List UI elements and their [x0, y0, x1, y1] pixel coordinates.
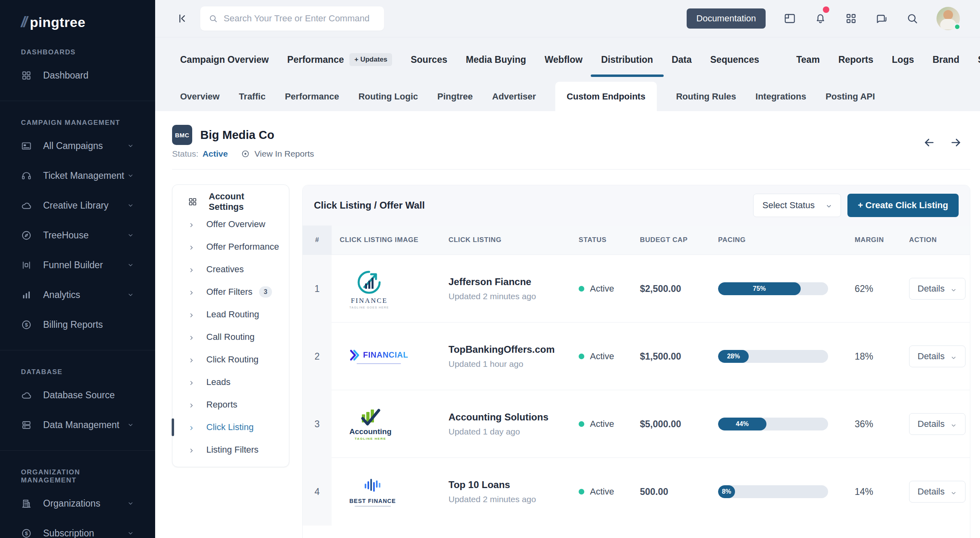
table-row: 4BEST FINANCETop 10 LoansUpdated 2 minut… — [303, 457, 970, 525]
panel-item-leads[interactable]: Leads — [172, 371, 289, 393]
sidebar-item-database-source[interactable]: Database Source — [14, 380, 141, 410]
tab-sources[interactable]: Sources — [411, 54, 447, 65]
apps-grid-icon[interactable] — [845, 12, 858, 25]
app-logo[interactable]: // pingtree — [0, 0, 155, 31]
tab-media-buying[interactable]: Media Buying — [466, 54, 526, 65]
panel-item-label: Offer Performance — [206, 242, 279, 252]
panel-item-reports[interactable]: Reports — [172, 393, 289, 416]
bell-icon[interactable] — [814, 12, 827, 25]
sidebar-item-subscription[interactable]: $Subscription — [14, 518, 141, 538]
panel-item-badge: 3 — [259, 286, 272, 298]
panel-item-account-settings[interactable]: Account Settings — [172, 190, 289, 213]
arrow-right-icon[interactable] — [949, 136, 962, 149]
content: BMC Big Media Co Status: Active View In … — [155, 111, 980, 538]
chevron-down-icon — [950, 421, 957, 428]
create-click-listing-button[interactable]: + Create Click Listing — [847, 194, 959, 217]
panel-item-click-listing[interactable]: Click Listing — [172, 416, 289, 439]
subtab-routing-logic[interactable]: Routing Logic — [358, 82, 418, 111]
select-status-dropdown[interactable]: Select Status — [753, 194, 841, 217]
tab-team[interactable]: Team — [796, 54, 820, 65]
chevron-down-icon — [127, 142, 134, 149]
documentation-button[interactable]: Documentation — [687, 8, 766, 29]
sidebar-item-data-management[interactable]: Data Management — [14, 410, 141, 440]
sidebar-item-label: Analytics — [43, 290, 127, 300]
arrow-left-icon[interactable] — [923, 136, 936, 149]
sidebar-item-analytics[interactable]: Analytics — [14, 280, 141, 310]
status-text: Active — [590, 283, 614, 294]
details-button[interactable]: Details — [909, 481, 965, 503]
margin-cell: 14% — [847, 486, 901, 497]
tab-reports[interactable]: Reports — [838, 54, 873, 65]
pacing-label: 44% — [736, 420, 749, 428]
sub-tabs: OverviewTrafficPerformanceRouting LogicP… — [180, 82, 972, 111]
search-input[interactable] — [224, 13, 376, 24]
sidebar-item-dashboard[interactable]: Dashboard — [14, 60, 141, 90]
sidebar-item-label: TreeHouse — [43, 230, 127, 241]
sidebar-item-creative-library[interactable]: Creative Library — [14, 190, 141, 220]
topbar-search-icon[interactable] — [906, 12, 919, 25]
details-button[interactable]: Details — [909, 278, 965, 300]
panel-item-call-routing[interactable]: Call Routing — [172, 326, 289, 348]
status-value-link[interactable]: Active — [202, 149, 228, 159]
sidebar-item-label: Database Source — [43, 390, 134, 401]
cloud-icon — [21, 390, 32, 401]
tab-logs[interactable]: Logs — [892, 54, 914, 65]
chat-icon[interactable] — [875, 12, 888, 25]
panel-item-creatives[interactable]: Creatives — [172, 258, 289, 281]
logo-tagline: TAGLINE GOES HERE — [349, 306, 389, 309]
chevron-down-icon — [127, 530, 134, 537]
sidebar-item-all-campaigns[interactable]: All Campaigns — [14, 131, 141, 161]
panel-item-offer-filters[interactable]: Offer Filters3 — [172, 281, 289, 303]
chevron-right-icon — [188, 333, 195, 341]
details-button[interactable]: Details — [909, 346, 965, 367]
tab-distribution[interactable]: Distribution — [601, 54, 653, 65]
global-search — [200, 6, 384, 31]
pacing-bar-fill: 8% — [718, 485, 735, 498]
sidebar: // pingtree DASHBOARDSDashboardCAMPAIGN … — [0, 0, 155, 538]
panel-item-lead-routing[interactable]: Lead Routing — [172, 303, 289, 326]
sidebar-item-billing-reports[interactable]: $Billing Reports — [14, 310, 141, 339]
tab-webflow[interactable]: Webflow — [545, 54, 583, 65]
tab-performance[interactable]: Performance+ Updates — [287, 53, 392, 66]
details-button[interactable]: Details — [909, 413, 965, 435]
subtab-integrations[interactable]: Integrations — [756, 82, 806, 111]
tab-sequences[interactable]: Sequences — [710, 54, 759, 65]
sidebar-collapse-icon[interactable] — [176, 12, 188, 25]
panel-item-listing-filters[interactable]: Listing Filters — [172, 439, 289, 461]
panel-item-click-routing[interactable]: Click Routing — [172, 348, 289, 371]
updates-badge: + Updates — [349, 53, 392, 66]
tab-settings[interactable]: Settings — [978, 54, 980, 65]
tab-brand[interactable]: Brand — [932, 54, 959, 65]
chevron-down-icon — [825, 202, 833, 209]
user-avatar[interactable] — [936, 7, 960, 30]
sidebar-item-label: All Campaigns — [43, 141, 127, 151]
subtab-pingtree[interactable]: Pingtree — [437, 82, 473, 111]
panel-item-offer-performance[interactable]: Offer Performance — [172, 236, 289, 258]
view-in-reports-link[interactable]: View In Reports — [254, 149, 314, 159]
status-cell: Active — [571, 419, 632, 429]
subtab-overview[interactable]: Overview — [180, 82, 220, 111]
logo-title: BEST FINANCE — [349, 498, 396, 504]
pacing-cell: 44% — [710, 418, 847, 430]
subtab-performance[interactable]: Performance — [285, 82, 339, 111]
pacing-bar-track: 75% — [718, 282, 828, 295]
subtab-custom-endpoints[interactable]: Custom Endpoints — [555, 82, 657, 111]
tab-data[interactable]: Data — [672, 54, 692, 65]
status-text: Active — [590, 486, 614, 497]
listing-logo-bestfinance: BEST FINANCE — [349, 477, 396, 507]
subtab-traffic[interactable]: Traffic — [239, 82, 266, 111]
panel-item-offer-overview[interactable]: Offer Overview — [172, 213, 289, 236]
sidebar-item-organizations[interactable]: Organizations — [14, 488, 141, 518]
subtab-posting-api[interactable]: Posting API — [826, 82, 875, 111]
chevron-down-icon — [950, 286, 957, 292]
sidebar-item-ticket-management[interactable]: Ticket Management — [14, 161, 141, 190]
window-icon[interactable] — [783, 12, 796, 25]
sidebar-item-funnel-builder[interactable]: Funnel Builder — [14, 250, 141, 280]
pacing-bar-track: 28% — [718, 350, 828, 363]
click-listing-card: Click Listing / Offer Wall Select Status… — [302, 185, 970, 538]
subtab-routing-rules[interactable]: Routing Rules — [676, 82, 736, 111]
chevron-down-icon — [127, 172, 134, 179]
tab-campaign-overview[interactable]: Campaign Overview — [180, 54, 269, 65]
subtab-advertiser[interactable]: Advertiser — [492, 82, 536, 111]
sidebar-item-treehouse[interactable]: TreeHouse — [14, 220, 141, 250]
